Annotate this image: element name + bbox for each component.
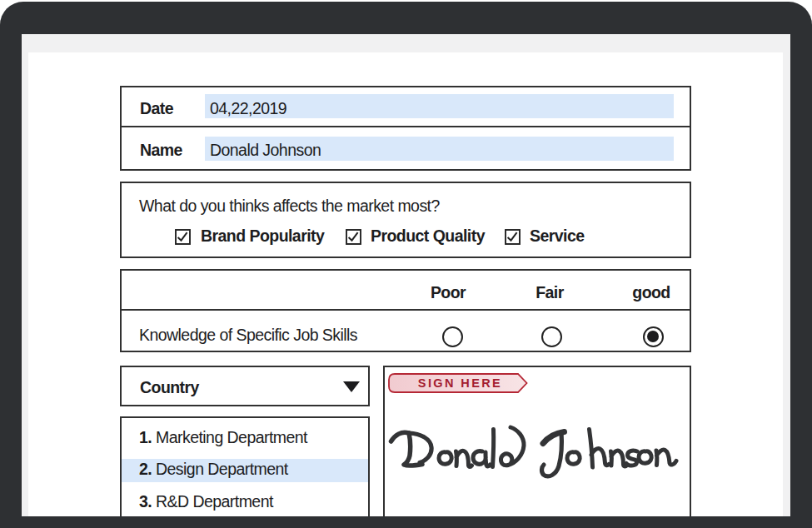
svg-text:SIGN HERE: SIGN HERE — [418, 376, 502, 390]
